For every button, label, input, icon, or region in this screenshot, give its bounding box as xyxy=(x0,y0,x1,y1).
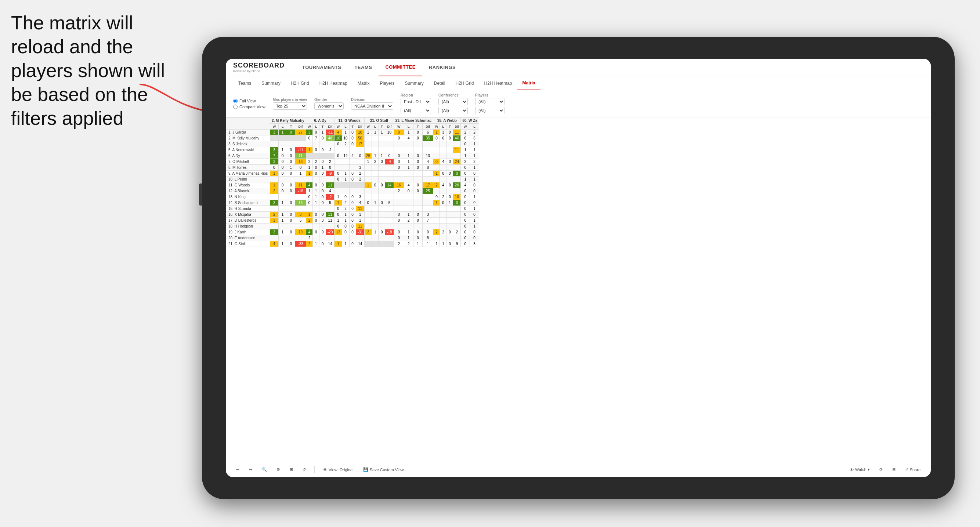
table-row: 2. M Kelly Mulcahy 07040 1010050 04035 0… xyxy=(226,135,479,141)
nav-teams[interactable]: TEAMS xyxy=(348,59,379,76)
region-select[interactable]: East - DII West - DII South - DII xyxy=(401,98,431,105)
conference-sub-select[interactable]: (All) xyxy=(438,107,468,114)
player-name: 8. M Torres xyxy=(226,165,270,171)
subnav-summary2[interactable]: Summary xyxy=(399,76,428,90)
nav-committee[interactable]: COMMITTEE xyxy=(379,59,422,76)
col-header-webb: 38. A Webb xyxy=(433,118,461,124)
region-sub-select[interactable]: (All) xyxy=(401,107,431,114)
player-name: 15. H Stranda xyxy=(226,206,270,212)
player-name: 5. A Nomrowski xyxy=(226,147,270,153)
player-name: 2. M Kelly Mulcahy xyxy=(226,135,270,141)
col-header-stoll: 21. O Stoll xyxy=(364,118,394,124)
gender-select[interactable]: Women's Men's xyxy=(314,102,344,110)
matrix-table: 2. M Kelly Mulcahy 6. A Dy 11. G Woods 2… xyxy=(226,117,479,247)
table-row: 5. A Nomrowski 310-11 100-1 11 11 xyxy=(226,147,479,153)
player-name: 14. S Srichantamit xyxy=(226,200,270,206)
separator xyxy=(314,466,315,473)
nav-links: TOURNAMENTS TEAMS COMMITTEE RANKINGS xyxy=(296,59,462,76)
refresh-button[interactable]: ↺ xyxy=(300,466,309,473)
sub-navigation: Teams Summary H2H Grid H2H Heatmap Matri… xyxy=(226,76,931,90)
players-select[interactable]: (All) xyxy=(475,98,504,105)
full-view-radio[interactable]: Full View xyxy=(233,99,266,103)
gender-label: Gender xyxy=(314,98,344,102)
division-filter: Division NCAA Division II NCAA Division … xyxy=(351,98,393,110)
subnav-h2h-heatmap[interactable]: H2H Heatmap xyxy=(314,76,353,90)
conference-select[interactable]: (All) xyxy=(438,98,468,105)
watch-button[interactable]: 👁 Watch ▾ xyxy=(847,466,873,473)
table-row: 3. S Jelinek 02017 01 xyxy=(226,141,479,147)
redo-button[interactable]: ↪ xyxy=(246,466,255,473)
players-sub-select[interactable]: (All) xyxy=(475,107,504,114)
subnav-h2h-grid2[interactable]: H2H Grid xyxy=(450,76,479,90)
col-header-mulcahy: 2. M Kelly Mulcahy xyxy=(270,118,306,124)
player-name: 19. J Karrh xyxy=(226,229,270,235)
subnav-teams[interactable]: Teams xyxy=(233,76,256,90)
layout-button[interactable]: ⊞ xyxy=(287,466,296,473)
player-name: 17. D Ballesteros xyxy=(226,217,270,224)
player-name: 6. A Dy xyxy=(226,153,270,159)
table-row: 7. O Mitchell 30018 2202 120-4 0104 0402… xyxy=(226,159,479,165)
save-custom-button[interactable]: 💾 Save Custom View xyxy=(360,466,407,473)
subnav-h2h-heatmap2[interactable]: H2H Heatmap xyxy=(479,76,517,90)
tablet-screen: SCOREBOARD Powered by clippd TOURNAMENTS… xyxy=(226,59,931,477)
subnav-players[interactable]: Players xyxy=(374,76,399,90)
player-name: 20. E Andersson xyxy=(226,235,270,241)
max-players-filter: Max players in view Top 25 Top 10 Top 50 xyxy=(273,98,307,110)
share-button[interactable]: ↗ Share xyxy=(902,466,923,473)
scoreboard-logo: SCOREBOARD Powered by clippd xyxy=(233,62,285,73)
table-row: 12. A Bianchi 200-18 1104 20025 00 xyxy=(226,188,479,194)
conference-filter: Conference (All) (All) xyxy=(438,93,468,114)
player-name: 18. H Hodgson xyxy=(226,224,270,229)
player-name: 13. N Klug xyxy=(226,194,270,200)
player-name: 3. S Jelinek xyxy=(226,141,270,147)
max-players-select[interactable]: Top 25 Top 10 Top 50 xyxy=(273,102,307,110)
table-row: 20. E Andersson 2 0108 00 xyxy=(226,235,479,241)
undo-button[interactable]: ↩ xyxy=(233,466,242,473)
view-original-button[interactable]: 👁 View: Original xyxy=(320,466,356,473)
settings-button[interactable]: ⚙ xyxy=(274,466,283,473)
corner-header xyxy=(226,118,270,130)
col-header-za: 60. W Za xyxy=(461,118,479,124)
nav-rankings[interactable]: RANKINGS xyxy=(422,59,462,76)
logo-subtitle: Powered by clippd xyxy=(233,69,285,73)
share-button-2[interactable]: ⟳ xyxy=(877,466,886,473)
table-row: 11. G Woods 10011 40011 10014 164017 240… xyxy=(226,183,479,188)
nav-tournaments[interactable]: TOURNAMENTS xyxy=(296,59,348,76)
tablet-side-button xyxy=(199,184,202,206)
player-name: 11. G Woods xyxy=(226,183,270,188)
table-row: 6. A Dy 70011 01440 25110 01013 11 xyxy=(226,153,479,159)
matrix-container[interactable]: 2. M Kelly Mulcahy 6. A Dy 11. G Woods 2… xyxy=(226,117,931,470)
table-row: 16. X Mcqaha 2103 10011 0101 0103 00 xyxy=(226,212,479,217)
player-name: 16. X Mcqaha xyxy=(226,212,270,217)
table-row: 21. O Stoll 410-33 21014 11014 2211 1109… xyxy=(226,241,479,247)
subnav-summary[interactable]: Summary xyxy=(256,76,285,90)
save-icon: 💾 xyxy=(363,467,368,472)
player-name: 7. O Mitchell xyxy=(226,159,270,165)
subnav-detail[interactable]: Detail xyxy=(429,76,450,90)
player-name: 12. A Bianchi xyxy=(226,188,270,194)
share-label: Share xyxy=(910,468,921,472)
expand-button[interactable]: ⊞ xyxy=(889,466,899,473)
save-label: Save Custom View xyxy=(370,468,404,472)
player-name: 1. J Garcia xyxy=(226,130,270,135)
col-header-ady: 6. A Dy xyxy=(306,118,334,124)
division-select[interactable]: NCAA Division II NCAA Division I NCAA Di… xyxy=(351,102,393,110)
subnav-matrix[interactable]: Matrix xyxy=(353,76,375,90)
player-name: 10. L Perini xyxy=(226,176,270,183)
logo-title: SCOREBOARD xyxy=(233,62,285,69)
division-label: Division xyxy=(351,98,393,102)
share-icon: ↗ xyxy=(905,467,908,472)
zoom-button[interactable]: 🔍 xyxy=(259,466,270,473)
filter-bar: Full View Compact View Max players in vi… xyxy=(226,90,931,117)
subnav-matrix2[interactable]: Matrix xyxy=(517,76,541,90)
tablet-frame: SCOREBOARD Powered by clippd TOURNAMENTS… xyxy=(202,37,955,499)
player-name: 21. O Stoll xyxy=(226,241,270,247)
view-radio-group: Full View Compact View xyxy=(233,99,266,109)
compact-view-radio[interactable]: Compact View xyxy=(233,105,266,109)
table-row: 19. J Karrh 31019 400-20 1300-31 210-18 … xyxy=(226,229,479,235)
subnav-h2h-grid[interactable]: H2H Grid xyxy=(286,76,314,90)
bottom-toolbar: ↩ ↪ 🔍 ⚙ ⊞ ↺ 👁 View: Original 💾 Save Cust… xyxy=(226,462,931,477)
table-row: 18. H Hodgson 00011 01 xyxy=(226,224,479,229)
view-original-icon: 👁 xyxy=(323,468,327,472)
annotation-text: The matrix will reload and the players s… xyxy=(11,11,176,130)
